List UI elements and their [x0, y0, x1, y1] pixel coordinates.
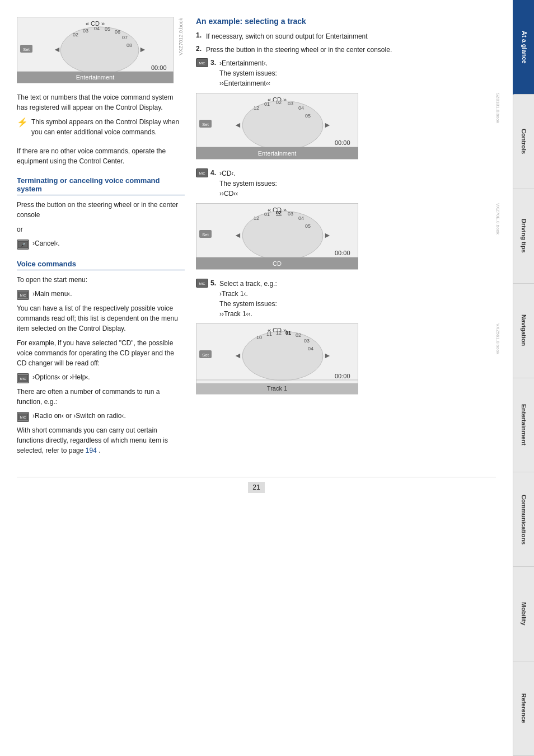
- symbol-icon: ⚡: [17, 117, 28, 128]
- cancel-cmd-text: ›Cancel‹.: [32, 239, 60, 248]
- page-ref-link[interactable]: 194: [86, 447, 97, 454]
- svg-text:10: 10: [256, 335, 262, 340]
- voice-icon-step3: MIC: [196, 58, 208, 67]
- right-column: An example: selecting a track 1. If nece…: [196, 17, 496, 460]
- cancel-cmd-row: 🎤 ›Cancel‹.: [17, 239, 185, 250]
- svg-text:06: 06: [115, 29, 120, 35]
- intro-text: The text or numbers that the voice comma…: [17, 92, 185, 112]
- svg-text:00:00: 00:00: [335, 373, 350, 379]
- svg-text:►: ►: [324, 231, 331, 240]
- tab-driving-tips[interactable]: Driving tips: [513, 189, 534, 284]
- voice-icon-step4: MIC: [196, 168, 208, 177]
- svg-text:02: 02: [276, 210, 282, 215]
- voice-icon-options: MIC: [17, 373, 29, 383]
- tab-mobility[interactable]: Mobility: [513, 567, 534, 661]
- svg-text:Set: Set: [202, 122, 209, 127]
- tab-reference[interactable]: Reference: [513, 661, 534, 756]
- svg-text:04: 04: [94, 26, 100, 31]
- svg-text:►: ►: [139, 45, 147, 54]
- svg-text:02: 02: [296, 332, 301, 338]
- svg-text:04: 04: [298, 215, 304, 221]
- no-commands-text: If there are no other voice commands, op…: [17, 146, 185, 166]
- svg-text:MIC: MIC: [20, 294, 27, 297]
- main-menu-cmd-text: ›Main menu‹.: [32, 289, 72, 299]
- cd-screen-entertainment: « CD » Set 12 01 02 03 04 05 ◄ ► 00:00 T…: [196, 93, 496, 162]
- tab-bar: At a glance Controls Driving tips Naviga…: [513, 0, 534, 756]
- step-2-text: Press the button in the steering wheel o…: [206, 45, 392, 55]
- cd-screen-cd: « CD » Set 12 01 02 03 04 05 ◄ ► 00:00 T…: [196, 203, 496, 272]
- svg-text:Entertainment: Entertainment: [258, 150, 296, 157]
- svg-point-73: [242, 331, 323, 381]
- svg-text:04: 04: [298, 105, 304, 111]
- voice-icon-cancel: 🎤: [17, 240, 29, 250]
- svg-text:Set: Set: [202, 232, 209, 237]
- tab-navigation[interactable]: Navigation: [513, 284, 534, 378]
- voice-list-text: You can have a list of the respectively …: [17, 303, 185, 334]
- cd-screen-track1: « CD » Set 10 11 12 01 02 03 04 ◄ ► 00:0…: [196, 323, 496, 397]
- svg-text:03: 03: [83, 28, 88, 34]
- svg-point-4: [60, 27, 139, 74]
- step-4-content: ›CD‹. The system issues: ››CD‹‹: [219, 168, 277, 199]
- step-4-num: 4.: [210, 169, 216, 177]
- cd-example-text: For example, if you have selected "CD", …: [17, 338, 185, 368]
- options-help-text: ›Options‹ or ›Help‹.: [32, 373, 90, 382]
- terminating-text: Press the button on the steering wheel o…: [17, 200, 185, 220]
- step-5-content: Select a track, e.g.: ›Track 1‹. The sys…: [219, 279, 277, 319]
- svg-text:04: 04: [308, 346, 313, 351]
- options-help-cmd-row: MIC ›Options‹ or ›Help‹.: [17, 373, 185, 383]
- svg-text:►: ►: [324, 120, 331, 129]
- cd-screen-top-left: « CD » Set 02 03 04 05 06 07 08 ◄: [17, 17, 174, 84]
- left-column: « CD » Set 02 03 04 05 06 07 08 ◄: [17, 17, 185, 460]
- step-4: MIC 4. ›CD‹. The system issues: ››CD‹‹: [196, 168, 496, 199]
- svg-text:12: 12: [254, 215, 259, 221]
- step-3-content: ›Entertainment‹. The system issues: ››En…: [219, 58, 277, 88]
- svg-text:03: 03: [304, 338, 310, 344]
- tab-controls[interactable]: Controls: [513, 95, 534, 189]
- svg-text:🎤: 🎤: [21, 242, 26, 247]
- voice-icon-main-menu: MIC: [17, 290, 29, 300]
- step-1-num: 1.: [196, 31, 202, 41]
- svg-text:03: 03: [288, 101, 293, 106]
- main-menu-cmd-row: MIC ›Main menu‹.: [17, 289, 185, 300]
- step-3-num: 3.: [210, 59, 216, 67]
- terminating-heading: Terminating or canceling voice command s…: [17, 176, 185, 195]
- svg-text:◄: ◄: [234, 351, 242, 360]
- tab-entertainment[interactable]: Entertainment: [513, 378, 534, 473]
- voice-icon-radio: MIC: [17, 412, 29, 422]
- svg-text:MIC: MIC: [20, 377, 27, 381]
- step-5: MIC 5. Select a track, e.g.: ›Track 1‹. …: [196, 279, 496, 319]
- svg-text:Track 1: Track 1: [267, 385, 287, 392]
- svg-text:◄: ◄: [234, 120, 242, 129]
- svg-text:11: 11: [266, 331, 272, 337]
- svg-text:◄: ◄: [53, 45, 61, 54]
- step-1: 1. If necessary, switch on sound output …: [196, 31, 496, 41]
- svg-text:◄: ◄: [234, 231, 242, 240]
- step-3: MIC 3. ›Entertainment‹. The system issue…: [196, 58, 496, 88]
- step-1-text: If necessary, switch on sound output for…: [206, 31, 368, 41]
- svg-text:01: 01: [264, 212, 270, 217]
- voice-commands-heading: Voice commands: [17, 260, 185, 270]
- svg-text:05: 05: [305, 113, 311, 119]
- svg-text:00:00: 00:00: [335, 139, 350, 146]
- svg-text:03: 03: [288, 211, 293, 217]
- step-2-num: 2.: [196, 45, 202, 55]
- svg-text:MIC: MIC: [20, 416, 27, 419]
- svg-text:MIC: MIC: [199, 62, 206, 65]
- step-2: 2. Press the button in the steering whee…: [196, 45, 496, 55]
- svg-text:05: 05: [105, 26, 110, 32]
- svg-text:05: 05: [305, 223, 311, 229]
- svg-text:MIC: MIC: [199, 172, 206, 175]
- tab-communications[interactable]: Communications: [513, 472, 534, 567]
- terminating-or: or: [17, 224, 185, 234]
- page-number-area: 21: [17, 477, 496, 493]
- svg-text:►: ►: [324, 351, 331, 360]
- svg-text:CD: CD: [273, 260, 282, 267]
- page-number: 21: [248, 482, 265, 493]
- radio-cmd-row: MIC ›Radio on‹ or ›Switch on radio‹.: [17, 411, 185, 422]
- radio-cmd-text: ›Radio on‹ or ›Switch on radio‹.: [32, 411, 126, 421]
- svg-text:12: 12: [276, 330, 282, 336]
- svg-text:Entertainment: Entertainment: [76, 74, 114, 81]
- svg-text:02: 02: [276, 100, 282, 105]
- symbol-note-text: This symbol appears on the Control Displ…: [31, 117, 185, 137]
- tab-at-a-glance[interactable]: At a glance: [513, 0, 534, 95]
